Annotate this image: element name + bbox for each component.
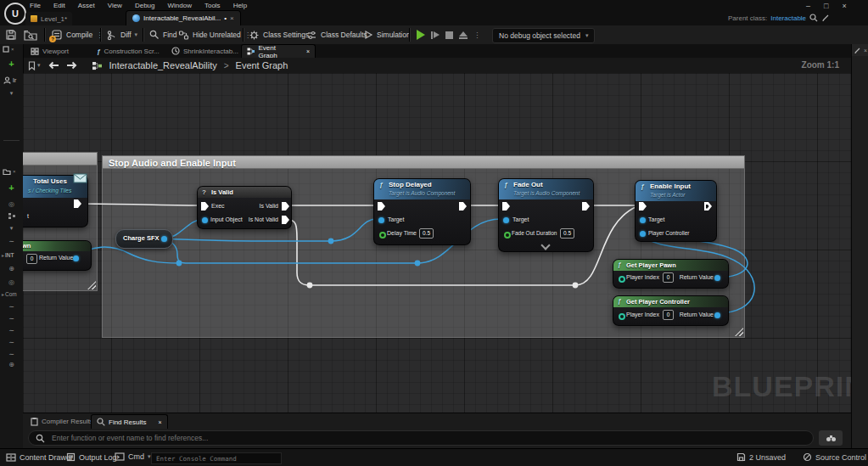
reroute-node[interactable] <box>307 283 313 289</box>
event-graph-canvas[interactable]: Stop Audio and Enable Input BLUEPRINT <box>23 73 851 450</box>
player-controller-pin[interactable] <box>640 231 646 237</box>
reroute-node[interactable] <box>573 283 579 289</box>
node-stop-delayed[interactable]: ƒ Stop Delayed Target is Audio Component… <box>373 178 471 245</box>
exec-in-pin[interactable] <box>502 202 510 211</box>
tab-asset-close-icon[interactable]: × <box>230 14 234 22</box>
macro-icon[interactable]: ∼ <box>0 238 23 245</box>
close-icon[interactable]: × <box>11 47 14 52</box>
event-item-icon[interactable]: ∼ <box>0 351 23 358</box>
reroute-node[interactable] <box>328 239 334 244</box>
menu-view[interactable]: View <box>107 2 123 9</box>
find-in-blueprints-button[interactable] <box>819 430 843 446</box>
target-pin[interactable] <box>640 217 646 223</box>
delay-time-pin[interactable] <box>379 232 386 239</box>
event-item-icon[interactable]: ∼ <box>0 339 23 346</box>
return-value-pin[interactable] <box>714 312 720 318</box>
window-minimize-button[interactable]: – <box>806 2 810 10</box>
sidebar-mini-tab[interactable]: × <box>3 46 21 53</box>
output-log-button[interactable]: Output Log <box>66 452 117 462</box>
tab-compiler-results[interactable]: Compiler Results <box>25 414 98 428</box>
player-index-field[interactable]: 0 <box>663 310 674 320</box>
forward-arrow-icon[interactable] <box>66 61 78 70</box>
tab-event-graph[interactable]: Event Graph × <box>241 44 316 58</box>
bookmarks-button[interactable]: ▾ <box>28 61 41 70</box>
stop-button[interactable] <box>445 31 453 39</box>
node-charge-sfx[interactable]: Charge SFX <box>115 229 173 249</box>
reroute-node[interactable] <box>415 261 421 267</box>
menu-debug[interactable]: Debug <box>134 2 156 9</box>
exec-out-pin[interactable] <box>282 202 289 211</box>
event-item-icon[interactable]: ∼ <box>0 327 23 334</box>
tab-construction-script[interactable]: ƒ Construction Scr... <box>92 44 165 58</box>
my-blueprint-tab[interactable]: × <box>3 168 22 175</box>
menu-edit[interactable]: Edit <box>53 2 66 9</box>
event-item-icon[interactable]: ∼ <box>0 315 23 323</box>
exec-out-pin[interactable] <box>74 199 81 208</box>
edit-icon[interactable] <box>821 14 830 22</box>
source-control-button[interactable]: Source Control <box>803 452 866 462</box>
return-value-pin[interactable] <box>73 255 79 261</box>
expand-pins-chevron-icon[interactable] <box>540 240 550 250</box>
player-index-field[interactable]: 0 <box>663 272 674 283</box>
graphs-section-icon[interactable]: ◎ <box>0 200 23 208</box>
breadcrumb-current[interactable]: Event Graph <box>236 60 288 70</box>
tab-asset[interactable]: Interactable_RevealAbil... • × <box>126 10 241 25</box>
node-get-player-pawn-left[interactable]: wn 0 Return Value <box>23 240 92 271</box>
debug-object-dropdown[interactable]: No debug object selected ▾ <box>492 28 595 43</box>
play-options-icon[interactable]: ⋮ <box>473 31 481 39</box>
player-index-field[interactable]: 0 <box>26 254 37 264</box>
target-pin[interactable] <box>378 217 384 223</box>
components-item[interactable]: ▸ Com <box>2 291 22 297</box>
variable-int-item[interactable]: ▸ INT <box>2 252 22 258</box>
target-pin[interactable] <box>503 217 509 223</box>
node-is-valid[interactable]: ? Is Valid Exec Is Valid Input Object Is… <box>197 186 292 229</box>
close-icon[interactable]: × <box>13 169 16 174</box>
menu-window[interactable]: Window <box>166 2 192 9</box>
add-button[interactable]: + <box>0 182 23 193</box>
menu-tools[interactable]: Tools <box>204 2 221 9</box>
tab-close-icon[interactable]: × <box>158 419 161 425</box>
collapse-caret-icon[interactable]: ▾ <box>0 225 23 232</box>
output-pin[interactable] <box>161 236 167 242</box>
exec-in-pin[interactable] <box>639 202 647 211</box>
fade-out-duration-pin[interactable] <box>504 232 511 239</box>
close-icon[interactable]: × <box>864 48 867 53</box>
reroute-node[interactable] <box>176 261 182 267</box>
exec-out-pin[interactable] <box>459 202 467 211</box>
tab-close-icon[interactable]: × <box>306 48 310 54</box>
console-command-input[interactable] <box>151 452 282 464</box>
tab-level[interactable]: Level_1* <box>25 12 72 25</box>
class-settings-button[interactable]: Class Settings <box>249 25 309 44</box>
find-button[interactable]: Find <box>149 25 177 44</box>
node-enable-input[interactable]: ƒ Enable Input Target is Actor Target Pl… <box>635 180 717 242</box>
return-value-pin[interactable] <box>714 275 720 281</box>
tab-find-results[interactable]: Find Results × <box>91 414 168 429</box>
find-references-searchbar[interactable] <box>28 430 814 446</box>
menu-help[interactable]: Help <box>232 2 248 9</box>
compile-button[interactable]: ? Compile ⋮ <box>51 25 104 44</box>
exec-out-pin[interactable] <box>582 202 590 211</box>
exec-in-pin[interactable] <box>378 202 385 211</box>
menu-file[interactable]: File <box>29 2 42 9</box>
class-defaults-button[interactable]: Class Defaults <box>306 25 367 44</box>
diff-button[interactable]: Diff ▾ <box>106 25 137 44</box>
dispatcher-section-icon[interactable]: ◎ <box>0 278 23 286</box>
node-get-player-pawn[interactable]: ƒ Get Player Pawn Player Index 0 Return … <box>613 259 729 289</box>
collapse-caret-icon[interactable]: ▾ <box>0 90 23 97</box>
eject-button[interactable] <box>459 31 468 39</box>
player-index-pin[interactable] <box>619 313 625 320</box>
breadcrumb-root[interactable]: Interactable_RevealAbility <box>109 60 217 70</box>
edit-icon[interactable] <box>854 47 861 54</box>
content-drawer-button[interactable]: Content Drawer <box>6 452 73 462</box>
simulation-button[interactable]: Simulation <box>363 25 411 44</box>
eventgraph-item-icon[interactable] <box>0 212 23 222</box>
window-close-button[interactable]: × <box>842 2 846 10</box>
exec-out-pin[interactable] <box>704 202 712 211</box>
save-button[interactable] <box>5 25 17 44</box>
window-maximize-button[interactable]: □ <box>824 2 828 10</box>
player-index-pin[interactable] <box>619 276 625 283</box>
input-object-pin[interactable] <box>202 217 208 223</box>
add-variable-icon[interactable]: ⊕ <box>0 265 23 272</box>
tab-shrink-interactable[interactable]: ShrinkInteractab... <box>166 44 244 58</box>
frame-skip-button[interactable] <box>431 31 440 39</box>
